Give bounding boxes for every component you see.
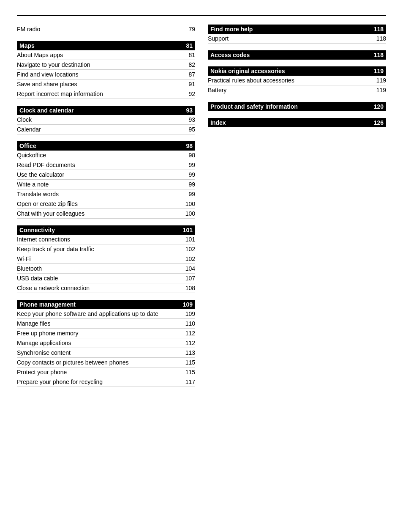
section-maps: Maps 81 About Maps apps 81 Navigate to y… (17, 41, 195, 99)
toc-item-page: 113 (182, 349, 195, 356)
toc-item-page: 99 (182, 191, 195, 197)
toc-item: Free up phone memory 112 (17, 329, 195, 338)
section-header-access-codes: Access codes 118 (208, 50, 386, 60)
section-header-label: Office (19, 143, 36, 149)
toc-item-label: Report incorrect map information (17, 90, 182, 97)
toc-item-label: Protect your phone (17, 369, 182, 376)
toc-item: Protect your phone 115 (17, 367, 195, 377)
toc-item-label: Calendar (17, 126, 182, 133)
toc-item-label: Use the calculator (17, 171, 182, 178)
toc-item: Internet connections 101 (17, 235, 195, 244)
toc-item-page: 92 (182, 90, 195, 97)
section-header-phone-management: Phone management 109 (17, 300, 195, 309)
toc-item: Copy contacts or pictures between phones… (17, 358, 195, 367)
toc-item-label: Manage applications (17, 340, 182, 346)
toc-item-label: Chat with your colleagues (17, 210, 182, 217)
section-header-connectivity: Connectivity 101 (17, 225, 195, 235)
toc-item-page: 112 (182, 340, 195, 346)
section-header-page: 81 (186, 42, 193, 49)
toc-item-page: 110 (182, 320, 195, 327)
toc-item-page: 99 (182, 181, 195, 188)
section-header-page: 126 (374, 119, 384, 126)
toc-item-label: Bluetooth (17, 265, 182, 272)
toc-item: Write a note 99 (17, 180, 195, 189)
toc-item-page: 81 (182, 52, 195, 58)
toc-item-label: Manage files (17, 320, 182, 327)
toc-item: Close a network connection 108 (17, 283, 195, 293)
toc-item: Wi-Fi 102 (17, 254, 195, 264)
toc-item-page: 104 (182, 265, 195, 272)
toc-item-page: 119 (373, 77, 386, 84)
toc-item-label: Quickoffice (17, 152, 182, 159)
toc-item-label: Clock (17, 116, 182, 123)
left-column: FM radio 79 Maps 81 About Maps apps 81 N… (17, 25, 195, 394)
section-clock-calendar: Clock and calendar 93 Clock 93 Calendar … (17, 106, 195, 134)
section-header-nokia-original-accessories: Nokia original accessories 119 (208, 66, 386, 76)
toc-item-page: 91 (182, 81, 195, 88)
toc-item-label: About Maps apps (17, 52, 182, 58)
toc-item-label: Synchronise content (17, 349, 182, 356)
toc-item-page: 98 (182, 152, 195, 159)
toc-item: Use the calculator 99 (17, 170, 195, 180)
toc-item-page: 79 (182, 26, 195, 33)
toc-item: Translate words 99 (17, 189, 195, 199)
section-header-label: Find more help (210, 26, 253, 33)
toc-item-label: Battery (208, 87, 373, 93)
section-header-maps: Maps 81 (17, 41, 195, 50)
toc-item: Bluetooth 104 (17, 264, 195, 274)
right-column: Find more help 118 Support 118 Access co… (208, 25, 386, 394)
section-header-find-more-help: Find more help 118 (208, 25, 386, 34)
toc-item: Open or create zip files 100 (17, 199, 195, 209)
toc-item-label: Translate words (17, 191, 182, 197)
toc-item-label: Keep track of your data traffic (17, 246, 182, 252)
section-header-label: Clock and calendar (19, 107, 74, 114)
toc-item-page: 100 (182, 210, 195, 217)
section-header-page: 93 (186, 107, 193, 114)
section-header-clock-calendar: Clock and calendar 93 (17, 106, 195, 115)
section-phone-management: Phone management 109 Keep your phone sof… (17, 300, 195, 387)
toc-item: Keep track of your data traffic 102 (17, 244, 195, 254)
toc-standalone-item: FM radio 79 (17, 25, 195, 34)
toc-item-page: 99 (182, 171, 195, 178)
toc-item: Prepare your phone for recycling 117 (17, 377, 195, 387)
toc-item: Quickoffice 98 (17, 151, 195, 160)
toc-item: Save and share places 91 (17, 80, 195, 89)
toc-item: Keep your phone software and application… (17, 309, 195, 319)
toc-item-page: 107 (182, 275, 195, 282)
section-header-office: Office 98 (17, 141, 195, 151)
toc-item-page: 119 (373, 87, 386, 93)
section-header-label: Phone management (19, 301, 76, 308)
toc-item-label: Find and view locations (17, 71, 182, 78)
toc-item-page: 102 (182, 246, 195, 252)
toc-item: Chat with your colleagues 100 (17, 209, 195, 219)
toc-item-label: Copy contacts or pictures between phones (17, 359, 182, 366)
toc-item-page: 95 (182, 126, 195, 133)
toc-item-page: 82 (182, 61, 195, 68)
section-header-page: 109 (183, 301, 193, 308)
toc-item: Practical rules about accessories 119 (208, 76, 386, 85)
toc-item-label: FM radio (17, 26, 182, 33)
toc-item: USB data cable 107 (17, 274, 195, 283)
toc-item: Navigate to your destination 82 (17, 60, 195, 70)
section-header-label: Maps (19, 42, 35, 49)
toc-item-page: 112 (182, 330, 195, 337)
page-header (17, 13, 386, 16)
toc-item: Manage files 110 (17, 319, 195, 329)
toc-item-label: Wi-Fi (17, 255, 182, 262)
toc-item-label: Write a note (17, 181, 182, 188)
toc-item-label: Navigate to your destination (17, 61, 182, 68)
toc-item: Calendar 95 (17, 125, 195, 134)
toc-item: About Maps apps 81 (17, 50, 195, 60)
toc-item-page: 108 (182, 285, 195, 291)
toc-item-label: Open or create zip files (17, 200, 182, 207)
toc-item-label: Keep your phone software and application… (17, 310, 182, 317)
section-header-page: 101 (183, 227, 193, 233)
section-header-product-safety: Product and safety information 120 (208, 102, 386, 111)
section-office: Office 98 Quickoffice 98 Read PDF docume… (17, 141, 195, 219)
toc-item-page: 118 (373, 35, 386, 42)
toc-item-page: 115 (182, 359, 195, 366)
toc-item: Battery 119 (208, 85, 386, 95)
section-header-page: 118 (374, 52, 384, 58)
section-header-index: Index 126 (208, 118, 386, 127)
toc-item: Read PDF documents 99 (17, 160, 195, 170)
